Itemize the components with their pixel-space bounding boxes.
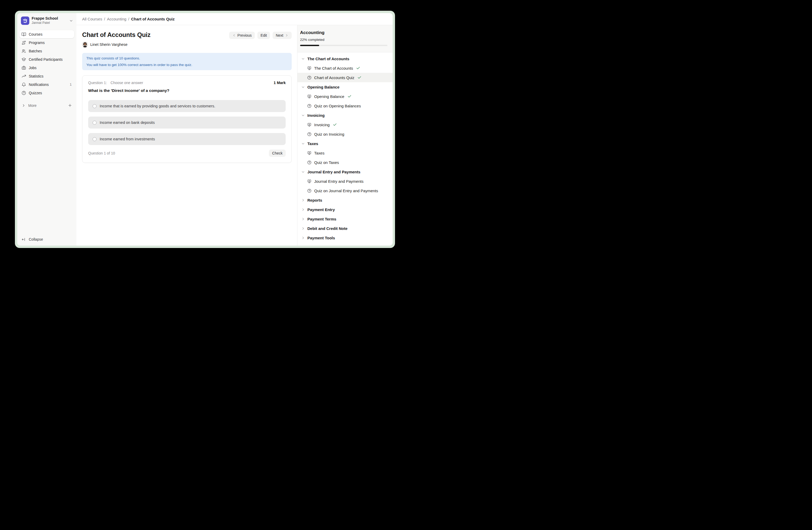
outline-section-payment-terms[interactable]: Payment Terms bbox=[298, 214, 393, 224]
outline-item-quiz-on-invoicing[interactable]: Quiz on Invoicing bbox=[298, 129, 393, 139]
outline-section-debit-and-credit-note[interactable]: Debit and Credit Note bbox=[298, 224, 393, 233]
outline-item-quiz-on-opening-balances[interactable]: Quiz on Opening Balances bbox=[298, 101, 393, 111]
sidebar-item-courses[interactable]: Courses bbox=[19, 30, 74, 38]
author-row: Linet Sherin Varghese bbox=[82, 42, 150, 47]
outline-item-label: Journal Entry and Payments bbox=[314, 179, 363, 184]
sidebar-item-certified-participants[interactable]: Certified Participants bbox=[19, 55, 74, 64]
outline-section-label: Taxes bbox=[307, 141, 318, 146]
option-row[interactable]: Income earned on bank deposits bbox=[88, 116, 286, 128]
chevron-right-icon bbox=[301, 236, 305, 240]
edit-button[interactable]: Edit bbox=[257, 32, 270, 39]
outline-section-payment-entry[interactable]: Payment Entry bbox=[298, 205, 393, 214]
users-icon bbox=[21, 49, 26, 53]
outline-section-opening-balance[interactable]: Opening Balance bbox=[298, 82, 393, 92]
user-name: Jannat Patel bbox=[32, 21, 67, 25]
outline-item-invoicing[interactable]: Invoicing bbox=[298, 120, 393, 129]
outline-section-reports[interactable]: Reports bbox=[298, 195, 393, 205]
collapse-icon bbox=[21, 237, 26, 242]
sidebar-item-label: Notifications bbox=[29, 83, 67, 87]
collapse-sidebar-button[interactable]: Collapse bbox=[19, 235, 74, 243]
sidebar-item-batches[interactable]: Batches bbox=[19, 47, 74, 55]
option-row[interactable]: Income that is earned by providing goods… bbox=[88, 100, 286, 112]
page-actions: Previous Edit Next bbox=[229, 32, 292, 39]
outline-item-quiz-on-taxes[interactable]: Quiz on Taxes bbox=[298, 158, 393, 167]
quiz-icon bbox=[307, 104, 311, 108]
book-open-icon bbox=[21, 32, 26, 37]
outline-item-taxes[interactable]: Taxes bbox=[298, 148, 393, 158]
quiz-icon bbox=[307, 189, 311, 193]
lesson-icon bbox=[307, 66, 311, 70]
outline-item-the-chart-of-accounts[interactable]: The Chart of Accounts bbox=[298, 64, 393, 73]
options-list: Income that is earned by providing goods… bbox=[88, 100, 286, 145]
question-instruction: Choose one answer bbox=[111, 81, 274, 85]
chevron-left-icon bbox=[232, 33, 236, 37]
chevron-right-icon bbox=[301, 208, 305, 212]
sidebar-item-programs[interactable]: Programs bbox=[19, 39, 74, 46]
outline-section-label: Invoicing bbox=[307, 113, 325, 117]
notice-line: You will have to get 100% correct answer… bbox=[86, 61, 288, 68]
course-completed-label: 22% completed bbox=[300, 38, 388, 42]
breadcrumb-accounting[interactable]: Accounting bbox=[107, 17, 126, 21]
chevron-down-icon bbox=[69, 18, 73, 23]
option-label: Income earned on bank deposits bbox=[100, 121, 155, 125]
outline-item-quiz-on-journal-entry-and-payments[interactable]: Quiz on Journal Entry and Payments bbox=[298, 186, 393, 195]
sidebar-spacer bbox=[19, 110, 74, 235]
outline-item-chart-of-accounts-quiz[interactable]: Chart of Accounts Quiz bbox=[298, 73, 393, 82]
chevron-right-icon bbox=[285, 33, 289, 37]
collapse-label: Collapse bbox=[29, 237, 43, 241]
workspace-switcher[interactable]: Frappe School Jannat Patel bbox=[19, 16, 74, 25]
chevron-down-icon bbox=[301, 57, 305, 61]
option-label: Income that is earned by providing goods… bbox=[100, 104, 215, 108]
sidebar-item-statistics[interactable]: Statistics bbox=[19, 72, 74, 80]
outline-section-label: Payment Tools bbox=[307, 236, 335, 240]
course-title: Accounting bbox=[300, 30, 388, 36]
help-circle-icon bbox=[21, 90, 26, 95]
frappe-school-logo bbox=[21, 16, 29, 25]
radio-button[interactable] bbox=[92, 137, 97, 141]
outline-section-taxes[interactable]: Taxes bbox=[298, 139, 393, 148]
outline-section-the-chart-of-accounts[interactable]: The Chart of Accounts bbox=[298, 54, 393, 64]
sidebar-item-jobs[interactable]: Jobs bbox=[19, 64, 74, 72]
route-icon bbox=[21, 40, 26, 45]
outline-section-payment-tools[interactable]: Payment Tools bbox=[298, 233, 393, 242]
radio-button[interactable] bbox=[92, 121, 97, 125]
course-progress-fill bbox=[300, 45, 319, 46]
sidebar-item-label: Jobs bbox=[29, 66, 72, 70]
previous-label: Previous bbox=[237, 33, 252, 38]
radio-button[interactable] bbox=[92, 104, 97, 108]
outline-item-journal-entry-and-payments[interactable]: Journal Entry and Payments bbox=[298, 177, 393, 186]
outline-section-label: Opening Balance bbox=[307, 85, 339, 89]
check-button[interactable]: Check bbox=[269, 150, 286, 157]
outline-section-label: Payment Terms bbox=[307, 217, 336, 221]
check-icon bbox=[333, 123, 337, 127]
quiz-icon bbox=[307, 160, 311, 165]
sidebar-more[interactable]: More bbox=[19, 101, 74, 110]
next-button[interactable]: Next bbox=[273, 32, 292, 39]
sidebar-item-label: Statistics bbox=[29, 74, 72, 78]
option-row[interactable]: Income earned from investments bbox=[88, 133, 286, 145]
outline-section-label: Journal Entry and Payments bbox=[307, 170, 361, 174]
outline-section-invoicing[interactable]: Invoicing bbox=[298, 111, 393, 120]
outline-section-label: Debit and Credit Note bbox=[307, 226, 347, 231]
outline-item-opening-balance[interactable]: Opening Balance bbox=[298, 92, 393, 101]
plus-icon[interactable] bbox=[68, 103, 72, 108]
window-frame: Frappe School Jannat Patel Courses Progr… bbox=[15, 11, 395, 248]
check-label: Check bbox=[272, 151, 282, 155]
outline-section-journal-entry-and-payments[interactable]: Journal Entry and Payments bbox=[298, 167, 393, 177]
quiz-icon bbox=[307, 75, 311, 80]
notification-count: 1 bbox=[70, 83, 72, 86]
quiz-notice: This quiz consists of 10 questions. You … bbox=[82, 53, 292, 70]
briefcase-icon bbox=[21, 66, 26, 70]
sidebar-item-notifications[interactable]: Notifications 1 bbox=[19, 80, 74, 88]
app-title: Frappe School bbox=[32, 16, 67, 21]
question-header: Question 1: Choose one answer 1 Mark bbox=[88, 81, 286, 85]
edit-label: Edit bbox=[261, 33, 267, 38]
course-outline-sidebar: Accounting 22% completed The Chart of Ac… bbox=[297, 25, 393, 246]
sidebar-nav: Courses Programs Batches Certified Parti… bbox=[19, 30, 74, 97]
previous-button[interactable]: Previous bbox=[229, 32, 255, 39]
question-progress: Question 1 of 10 bbox=[88, 151, 115, 155]
course-header: Accounting 22% completed bbox=[298, 25, 393, 52]
breadcrumb-all-courses[interactable]: All Courses bbox=[82, 17, 102, 21]
chevron-right-icon bbox=[21, 103, 26, 108]
sidebar-item-quizzes[interactable]: Quizzes bbox=[19, 89, 74, 97]
